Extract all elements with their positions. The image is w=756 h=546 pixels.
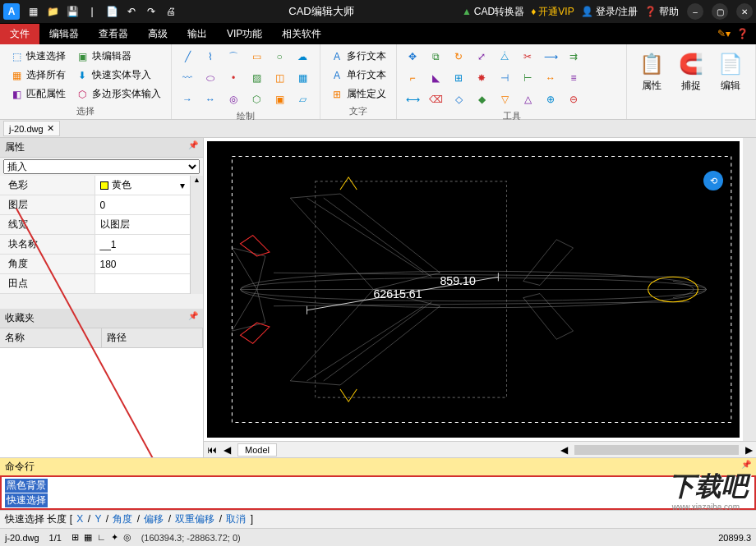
break-icon[interactable]: ⊣ [496,69,514,87]
ellipse-icon[interactable]: ⬭ [201,69,219,87]
tool20-icon[interactable]: ◆ [472,90,491,108]
snap-button[interactable]: 🧲 捕捉 [673,48,709,116]
fillet-icon[interactable]: ⌐ [403,69,422,87]
move-icon[interactable]: ✥ [403,48,422,66]
sb-polar-icon[interactable]: ✦ [111,532,118,543]
converter-link[interactable]: ▲CAD转换器 [462,5,524,19]
trim-icon[interactable]: ✂ [519,48,537,66]
tab-file[interactable]: 文件 [0,24,39,44]
rotate-icon[interactable]: ↻ [449,48,468,66]
app-logo[interactable]: A [3,3,20,20]
close-icon[interactable]: ✕ [736,3,753,20]
tab-output[interactable]: 输出 [177,24,217,44]
fav-col-path[interactable]: 路径 [102,328,204,347]
rect-icon[interactable]: ▭ [247,48,265,66]
file-tab[interactable]: j-20.dwg ✕ [3,121,60,136]
opt-cancel[interactable]: 取消 [226,513,246,525]
polygon-icon[interactable]: ⬡ [247,90,265,108]
quick-entity-import-button[interactable]: ⬇快速实体导入 [72,67,164,84]
tab-vip[interactable]: VIP功能 [217,24,272,44]
tool24-icon[interactable]: ⊖ [565,90,583,108]
align-icon[interactable]: ≡ [565,69,583,87]
chamfer-icon[interactable]: ◣ [426,69,445,87]
line-icon[interactable]: ╱ [178,48,196,66]
tool22-icon[interactable]: △ [519,90,537,108]
tab-viewer[interactable]: 查看器 [89,24,138,44]
tab-editor[interactable]: 编辑器 [39,24,89,44]
fav-pin-icon[interactable]: 📌 [188,311,198,325]
minimize-icon[interactable]: – [687,3,703,20]
tab-close-icon[interactable]: ✕ [47,123,54,134]
array-icon[interactable]: ⊞ [449,69,468,87]
poly-entity-input-button[interactable]: ⬡多边形实体输入 [72,85,164,103]
scale-icon[interactable]: ⤢ [472,48,491,66]
canvas-hscroll[interactable] [574,445,739,455]
mtext-button[interactable]: A多行文本 [327,48,390,65]
opt-angle[interactable]: 角度 [113,513,132,525]
pdf-icon[interactable]: 📄 [102,2,122,21]
block-editor-button[interactable]: ▣块编辑器 [72,48,164,65]
ray-icon[interactable]: → [178,90,196,108]
question-icon[interactable]: ❓ [735,26,749,41]
erase-icon[interactable]: ⌫ [426,90,445,108]
vip-link[interactable]: ♦开通VIP [531,5,574,19]
extend-icon[interactable]: ⟶ [542,48,560,66]
fav-col-name[interactable]: 名称 [0,328,102,347]
opt-y[interactable]: Y [94,513,101,525]
explode-icon[interactable]: ✸ [472,69,491,87]
table-icon[interactable]: ▦ [293,69,311,87]
help-link[interactable]: ❓帮助 [644,5,679,19]
cloud-icon[interactable]: ☁ [293,48,311,66]
tool19-icon[interactable]: ◇ [449,90,468,108]
tab-nav-prev-icon[interactable]: ◀ [224,444,231,456]
stretch-icon[interactable]: ↔ [542,69,560,87]
attrdef-button[interactable]: ⊞属性定义 [327,85,390,103]
view-badge-icon[interactable]: ⟲ [703,171,723,190]
arc-icon[interactable]: ⌒ [224,48,242,66]
pin-icon[interactable]: 📌 [188,140,198,154]
copy-icon[interactable]: ⧉ [426,48,445,66]
opt-offset[interactable]: 偏移 [144,513,164,525]
canvas-vscroll[interactable] [743,138,756,441]
sb-osnap-icon[interactable]: ◎ [123,532,131,543]
new-icon[interactable]: ▦ [23,2,43,21]
wipeout-icon[interactable]: ▱ [293,90,311,108]
tab-related[interactable]: 相关软件 [272,24,331,44]
hscroll-left-icon[interactable]: ◀ [560,444,568,456]
match-props-button[interactable]: ◧匹配属性 [7,85,69,103]
props-scrollbar[interactable]: ▲ [190,176,203,294]
spline-icon[interactable]: 〰 [178,69,196,87]
hatch-icon[interactable]: ▨ [247,69,265,87]
print-icon[interactable]: 🖨 [161,2,181,21]
circle-icon[interactable]: ○ [270,48,288,66]
polyline-icon[interactable]: ⌇ [201,48,219,66]
point-icon[interactable]: • [224,69,242,87]
redo-icon[interactable]: ↷ [141,2,161,21]
opt-x[interactable]: X [76,513,83,525]
boundary-icon[interactable]: ▣ [270,90,288,108]
lengthen-icon[interactable]: ⟷ [403,90,422,108]
select-all-button[interactable]: ▦选择所有 [7,67,69,84]
command-body[interactable]: 黑色背景 快速选择 [0,475,756,510]
undo-icon[interactable]: ↶ [122,2,141,21]
save-icon[interactable]: 💾 [62,2,82,21]
props-button[interactable]: 📋 属性 [634,48,670,116]
quick-select-button[interactable]: ⬚快速选择 [7,48,69,65]
join-icon[interactable]: ⊢ [519,69,537,87]
tool23-icon[interactable]: ⊕ [542,90,560,108]
tool21-icon[interactable]: ▽ [496,90,514,108]
tab-nav-first-icon[interactable]: ⏮ [207,444,217,456]
xline-icon[interactable]: ↔ [201,90,219,108]
region-icon[interactable]: ◫ [270,69,288,87]
login-link[interactable]: 👤登录/注册 [581,5,638,19]
offset-icon[interactable]: ⇉ [565,48,583,66]
mirror-icon[interactable]: ⧊ [496,48,514,66]
maximize-icon[interactable]: ▢ [712,3,728,20]
sb-ortho-icon[interactable]: ∟ [97,532,106,543]
insert-dropdown[interactable]: 插入 [0,158,203,176]
sb-grid-icon[interactable]: ▦ [84,532,92,543]
edit-button[interactable]: 📄 编辑 [712,48,749,116]
open-icon[interactable]: 📁 [43,2,62,21]
model-tab[interactable]: Model [237,443,277,457]
drawing-canvas[interactable]: ⟲ [207,141,740,438]
